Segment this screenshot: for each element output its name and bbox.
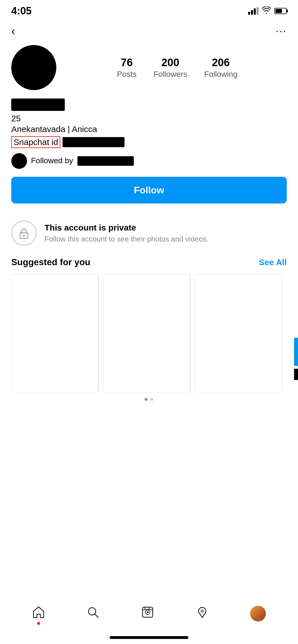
suggested-header: Suggested for you See All [11, 257, 287, 267]
private-text: This account is private Follow this acco… [45, 223, 208, 243]
private-subtitle: Follow this account to see their photos … [45, 235, 208, 243]
snapchat-label: Snapchat id [11, 136, 60, 148]
nav-bar: ‹ ··· [0, 20, 298, 42]
followers-stat[interactable]: 200 Followers [154, 57, 187, 79]
profile-thumbnail [250, 606, 266, 621]
nav-search[interactable] [86, 606, 99, 621]
suggested-card-1[interactable] [11, 274, 99, 392]
svg-point-5 [147, 611, 148, 613]
card-separator [98, 274, 99, 392]
battery-icon [274, 8, 287, 14]
profile-name-redacted [11, 99, 65, 111]
followers-label: Followers [154, 70, 187, 79]
signal-icon [248, 7, 259, 15]
card-separator-2 [190, 274, 190, 392]
home-icon [32, 606, 45, 621]
nav-home[interactable] [32, 606, 45, 621]
following-stat[interactable]: 206 Following [204, 57, 237, 79]
more-button[interactable]: ··· [276, 25, 287, 37]
followers-count: 200 [161, 57, 179, 69]
suggested-title: Suggested for you [11, 257, 90, 267]
svg-rect-1 [23, 235, 25, 237]
followed-by-section: Followed by [11, 153, 287, 169]
dot-2 [150, 398, 153, 401]
profile-section: 76 Posts 200 Followers 206 Following 25 … [0, 42, 298, 215]
follower-name-redacted [77, 156, 134, 166]
nav-reels[interactable] [141, 606, 154, 621]
svg-point-9 [201, 610, 203, 612]
home-active-dot [37, 622, 40, 625]
home-indicator [110, 636, 188, 639]
activity-icon [196, 606, 209, 621]
follow-button[interactable]: Follow [11, 177, 287, 204]
suggested-section: Suggested for you See All [0, 257, 298, 392]
profile-age: 25 [11, 114, 287, 123]
snapchat-id-redacted [63, 137, 124, 147]
profile-stats: 76 Posts 200 Followers 206 Following [68, 57, 287, 79]
posts-stat[interactable]: 76 Posts [117, 57, 137, 79]
snapchat-info: Snapchat id [11, 136, 287, 148]
bottom-nav [0, 600, 298, 627]
reels-icon [141, 606, 154, 621]
status-bar: 4:05 [0, 0, 298, 20]
wifi-icon [262, 6, 271, 16]
private-title: This account is private [45, 223, 208, 232]
empty-content-area [0, 406, 298, 547]
suggested-cards [11, 274, 287, 392]
pagination-dots [0, 392, 298, 406]
private-account-notice: This account is private Follow this acco… [0, 215, 298, 257]
following-label: Following [204, 70, 237, 79]
search-icon [86, 606, 99, 621]
posts-label: Posts [117, 70, 137, 79]
profile-bio: Anekantavada | Anicca [11, 124, 287, 134]
following-count: 206 [212, 57, 230, 69]
nav-profile[interactable] [250, 606, 266, 621]
status-icons [248, 6, 287, 16]
scroll-indicator-black [294, 369, 298, 380]
avatar[interactable] [11, 45, 56, 90]
suggested-card-2[interactable] [103, 274, 190, 392]
posts-count: 76 [121, 57, 133, 69]
profile-top: 76 Posts 200 Followers 206 Following [11, 45, 287, 90]
suggested-card-3[interactable] [195, 274, 282, 392]
dot-1 [145, 398, 148, 401]
scroll-indicator-blue [294, 338, 298, 366]
nav-activity[interactable] [196, 606, 209, 621]
followed-by-text: Followed by [31, 156, 134, 166]
back-button[interactable]: ‹ [11, 25, 15, 37]
follower-avatar[interactable] [11, 153, 27, 169]
svg-point-2 [88, 608, 96, 615]
see-all-button[interactable]: See All [259, 258, 287, 267]
lock-icon [11, 220, 37, 246]
status-time: 4:05 [11, 5, 32, 17]
